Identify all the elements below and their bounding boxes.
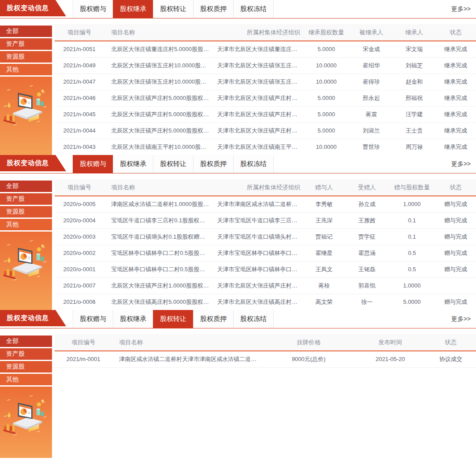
cell-project-id: 2021/n-0047 bbox=[55, 74, 104, 90]
cell-project-id: 2021/n-0045 bbox=[55, 106, 104, 122]
sidebar-item-other[interactable]: 其他 bbox=[0, 64, 52, 75]
tab-equity-transfer[interactable]: 股权转让 bbox=[153, 310, 193, 328]
table-row[interactable]: 2021/n-0046 北辰区大张庄镇芦庄村5.0000股股权继承... 天津市… bbox=[55, 90, 476, 106]
cell-project-name: 宝坻区牛道口镇塘头村0.1股股权赠与项目 bbox=[104, 229, 210, 245]
cell-project-name: 北辰区大张庄镇张五庄村10.0000股股权继... bbox=[104, 74, 210, 90]
cell-heir: 周万禄 bbox=[393, 139, 435, 155]
cell-village-org: 天津市北辰区大张庄镇芦庄村股份... bbox=[210, 122, 303, 139]
col-listing-price: 挂牌价格 bbox=[262, 334, 355, 351]
section-body: 全部 资产股 资源股 其他 项目编号 项目名称 所属村集体经济组织 赠与人 受赠… bbox=[0, 179, 476, 310]
tab-equity-gift[interactable]: 股权赠与 bbox=[73, 155, 113, 173]
table-row[interactable]: 2021/n-0047 北辰区大张庄镇张五庄村10.0000股股权继... 天津… bbox=[55, 74, 476, 90]
cell-project-name: 津南区咸水沽镇二道桥村1.0000股股权赠... bbox=[104, 196, 210, 212]
cell-village-org: 天津市北辰区大张庄镇芦庄村股份... bbox=[210, 90, 303, 106]
tab-equity-transfer[interactable]: 股权转让 bbox=[153, 155, 193, 173]
col-project-id: 项目编号 bbox=[55, 24, 104, 41]
sidebar-item-asset-shares[interactable]: 资产股 bbox=[0, 38, 52, 50]
category-sidebar: 全部 资产股 资源股 其他 bbox=[0, 334, 52, 458]
cell-project-id: 2021/n-0046 bbox=[55, 90, 104, 106]
more-link[interactable]: 更多>> bbox=[451, 0, 476, 18]
table-row[interactable]: 2021/n-0049 北辰区大张庄镇张五庄村10.0000股股权继... 天津… bbox=[55, 57, 476, 74]
gift-table-area: 项目编号 项目名称 所属村集体经济组织 赠与人 受赠人 赠与股权数量 状态 20… bbox=[55, 179, 476, 310]
col-project-name: 项目名称 bbox=[112, 334, 262, 351]
table-row[interactable]: 2020/o-0002 宝坻区林亭口镇林亭口二村0.5股股权赠与... 天津市宝… bbox=[55, 245, 476, 261]
sidebar-item-all[interactable]: 全部 bbox=[0, 26, 52, 37]
table-row[interactable]: 2020/o-0004 宝坻区牛道口镇李三店村0.1股股权赠与项目 天津市宝坻区… bbox=[55, 212, 476, 229]
sidebar-item-asset-shares[interactable]: 资产股 bbox=[0, 348, 52, 360]
sidebar-item-other[interactable]: 其他 bbox=[0, 374, 52, 385]
cell-project-id: 2021/n-0043 bbox=[55, 139, 104, 155]
sidebar-item-other[interactable]: 其他 bbox=[0, 219, 52, 230]
table-row[interactable]: 2020/o-0003 宝坻区牛道口镇塘头村0.1股股权赠与项目 天津市宝坻区牛… bbox=[55, 229, 476, 245]
sidebar-item-resource-shares[interactable]: 资源股 bbox=[0, 361, 52, 372]
cell-project-id: 2021/n-0049 bbox=[55, 57, 104, 74]
cell-status: 赠与完成 bbox=[435, 245, 476, 261]
cell-gift-qty: 5.0000 bbox=[389, 294, 435, 310]
table-row[interactable]: 2021/m-0001 津南区咸水沽镇二道桥村天津市津南区咸水沽镇二道桥村股份经… bbox=[55, 351, 476, 367]
table-row[interactable]: 2021/n-0043 北辰区大张庄镇南王平村10.0000股股权继... 天津… bbox=[55, 139, 476, 155]
cell-decedent: 崔绍华 bbox=[350, 57, 393, 74]
tab-equity-pledge[interactable]: 股权质押 bbox=[193, 310, 234, 328]
cell-inherited-qty: 5.0000 bbox=[303, 106, 350, 122]
sidebar-item-all[interactable]: 全部 bbox=[0, 181, 52, 192]
cell-status: 继承完成 bbox=[435, 139, 476, 155]
col-project-id: 项目编号 bbox=[55, 179, 104, 196]
cell-village-org: 天津市宝坻区林亭口镇林亭口二村... bbox=[210, 261, 303, 277]
cell-project-name: 北辰区大张庄镇芦庄村1.0000股股权赠与... bbox=[104, 277, 210, 294]
table-row[interactable]: 2021/o-0007 北辰区大张庄镇芦庄村1.0000股股权赠与... 天津市… bbox=[55, 277, 476, 294]
cell-village-org: 天津市北辰区大张庄镇南王平村股... bbox=[210, 139, 303, 155]
category-sidebar: 全部 资产股 资源股 其他 bbox=[0, 179, 52, 310]
tab-equity-inheritance[interactable]: 股权继承 bbox=[113, 310, 153, 328]
tab-equity-inheritance[interactable]: 股权继承 bbox=[113, 155, 153, 173]
tab-equity-gift[interactable]: 股权赠与 bbox=[73, 310, 113, 328]
tab-equity-freeze[interactable]: 股权冻结 bbox=[233, 310, 274, 328]
cell-gift-qty: 0.5 bbox=[389, 245, 435, 261]
tab-equity-pledge[interactable]: 股权质押 bbox=[193, 0, 234, 18]
cell-heir: 刘福芝 bbox=[393, 57, 435, 74]
sidebar-item-asset-shares[interactable]: 资产股 bbox=[0, 193, 52, 205]
tab-equity-transfer[interactable]: 股权转让 bbox=[153, 0, 193, 18]
tab-equity-freeze[interactable]: 股权冻结 bbox=[233, 0, 274, 18]
tab-equity-freeze[interactable]: 股权冻结 bbox=[233, 155, 274, 173]
table-row[interactable]: 2021/n-0045 北辰区大张庄镇芦庄村5.0000股股权继承... 天津市… bbox=[55, 106, 476, 122]
cell-donor: 王凤文 bbox=[303, 261, 345, 277]
cell-inherited-qty: 10.0000 bbox=[303, 139, 350, 155]
cell-status: 继承完成 bbox=[435, 122, 476, 139]
table-row[interactable]: 2020/o-0005 津南区咸水沽镇二道桥村1.0000股股权赠... 天津市… bbox=[55, 196, 476, 212]
gift-table: 项目编号 项目名称 所属村集体经济组织 赠与人 受赠人 赠与股权数量 状态 20… bbox=[55, 179, 476, 310]
table-row[interactable]: 2020/o-0001 宝坻区林亭口镇林亭口二村0.5股股权赠与... 天津市宝… bbox=[55, 261, 476, 277]
tab-bar: 股权赠与 股权继承 股权转让 股权质押 股权冻结 bbox=[73, 310, 274, 328]
cell-project-id: 2021/n-0051 bbox=[55, 41, 104, 57]
inheritance-table: 项目编号 项目名称 所属村集体经济组织 继承股权数量 被继承人 继承人 状态 2… bbox=[55, 24, 476, 155]
sidebar-item-all[interactable]: 全部 bbox=[0, 336, 52, 347]
sidebar-item-resource-shares[interactable]: 资源股 bbox=[0, 206, 52, 218]
cell-recipient: 王雅茜 bbox=[345, 212, 388, 229]
laptop-chart-icon bbox=[2, 84, 50, 129]
section-title-banner: 股权变动信息 bbox=[0, 0, 66, 16]
cell-status: 继承完成 bbox=[435, 74, 476, 90]
section-title: 股权变动信息 bbox=[7, 4, 49, 12]
cell-publish-date: 2021-05-20 bbox=[355, 351, 425, 367]
cell-gift-qty: 1.0000 bbox=[389, 277, 435, 294]
cell-project-name: 津南区咸水沽镇二道桥村天津市津南区咸水沽镇二道桥村股份经... bbox=[112, 351, 262, 367]
cell-project-name: 北辰区大张庄镇芦庄村5.0000股股权继承... bbox=[104, 90, 210, 106]
table-row[interactable]: 2021/n-0051 北辰区大张庄镇董连庄村5.0000股股权继... 天津市… bbox=[55, 41, 476, 57]
cell-village-org: 天津市北辰区大张庄镇张五庄村股... bbox=[210, 57, 303, 74]
more-link[interactable]: 更多>> bbox=[451, 310, 476, 328]
sidebar-illustration-area bbox=[0, 232, 52, 310]
tab-equity-pledge[interactable]: 股权质押 bbox=[193, 155, 234, 173]
sidebar-item-resource-shares[interactable]: 资源股 bbox=[0, 51, 52, 63]
cell-gift-qty: 1.0000 bbox=[389, 196, 435, 212]
tab-equity-gift[interactable]: 股权赠与 bbox=[73, 0, 113, 18]
table-row[interactable]: 2021/o-0006 北辰区大张庄镇高庄村5.0000股股权赠与... 天津市… bbox=[55, 294, 476, 310]
cell-decedent: 宋金成 bbox=[350, 41, 393, 57]
more-link[interactable]: 更多>> bbox=[451, 155, 476, 173]
tab-equity-inheritance[interactable]: 股权继承 bbox=[113, 0, 153, 18]
cell-decedent: 崔得珍 bbox=[350, 74, 393, 90]
cell-project-name: 北辰区大张庄镇张五庄村10.0000股股权继... bbox=[104, 57, 210, 74]
col-publish-date: 发布时间 bbox=[355, 334, 425, 351]
col-village-org: 所属村集体经济组织 bbox=[210, 24, 303, 41]
table-row[interactable]: 2021/n-0044 北辰区大张庄镇芦庄村5.0000股股权继承... 天津市… bbox=[55, 122, 476, 139]
col-project-name: 项目名称 bbox=[104, 179, 210, 196]
inheritance-table-area: 项目编号 项目名称 所属村集体经济组织 继承股权数量 被继承人 继承人 状态 2… bbox=[55, 24, 476, 155]
